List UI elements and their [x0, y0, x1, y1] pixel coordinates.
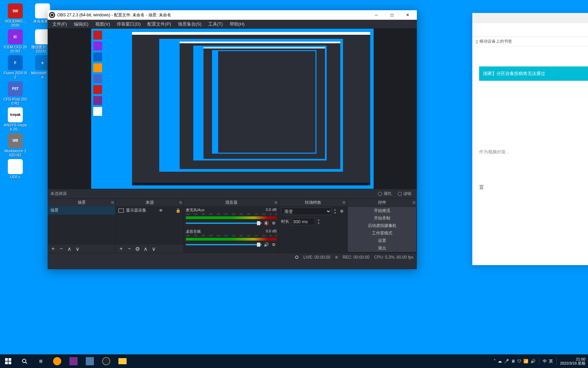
mute-button[interactable]: 🔊 [263, 242, 269, 248]
scenes-panel: 场景⧉ 场景 + − ∧ ∨ [48, 199, 116, 253]
tray-shield-icon[interactable]: 🛡 [517, 359, 521, 364]
scenes-title: 场景 [78, 200, 86, 205]
control-button[interactable]: 启动虚拟摄像机 [348, 222, 416, 229]
window-maximize-button[interactable]: ◻ [384, 10, 400, 20]
popout-icon[interactable]: ⧉ [275, 200, 277, 205]
start-button[interactable] [0, 354, 16, 368]
scene-down-button[interactable]: ∨ [74, 245, 81, 252]
ime-lang[interactable]: 中 [543, 358, 547, 364]
tray-cloud-icon[interactable]: ☁ [498, 359, 502, 364]
scene-item[interactable]: 场景 [48, 206, 115, 215]
window-close-button[interactable]: ✕ [400, 10, 415, 20]
popout-icon[interactable]: ⧉ [413, 200, 415, 205]
browser-titlebar: ─ ◻ ✕ [472, 13, 588, 23]
duration-input[interactable] [291, 218, 315, 225]
mute-button[interactable]: 🔇 [263, 220, 269, 226]
desktop-icon[interactable]: SWSOLIDWO... 2020 [3, 3, 27, 27]
browser-window: ─ ◻ ✕ ☆ ↶ ≡ ▯ 移动设备上的书签 ✉ ⇩ 国家】分区合集投稿将无法通… [472, 13, 588, 265]
desktop-icon[interactable]: PSTCFD-Post 2020 R2 [3, 81, 27, 105]
ime-sub[interactable]: 英 [549, 358, 553, 364]
window-minimize-button[interactable]: ─ [369, 10, 384, 20]
obs-app-icon [49, 12, 55, 18]
transition-select[interactable]: 渐变 [281, 208, 331, 215]
filter-icon [398, 192, 402, 196]
channel-db: 0.0 dB [266, 208, 277, 213]
menu-item[interactable]: 配置文件(P) [144, 20, 174, 28]
control-button[interactable]: 开始推流 [348, 207, 416, 214]
menu-item[interactable]: 帮助(H) [226, 20, 248, 28]
taskbar-firefox[interactable] [49, 354, 65, 368]
source-add-button[interactable]: + [118, 245, 125, 252]
taskbar-app[interactable] [82, 354, 98, 368]
sources-title: 来源 [146, 200, 154, 205]
volume-slider[interactable] [186, 244, 262, 245]
control-button[interactable]: 设置 [348, 237, 416, 244]
control-button[interactable]: 工作室模式 [348, 229, 416, 237]
settings-heading: 置 [479, 184, 588, 190]
menu-item[interactable]: 视图(V) [92, 20, 113, 28]
rec-icon [335, 256, 338, 259]
task-view-button[interactable]: ⊞ [33, 354, 49, 368]
properties-button[interactable]: 属性 [375, 190, 394, 197]
source-item[interactable]: 显示器采集 👁 🔒 [116, 206, 183, 215]
control-button[interactable]: 退出 [348, 244, 416, 252]
source-remove-button[interactable]: − [126, 245, 133, 252]
desktop-icon[interactable]: FFluent 2020 R2 [3, 55, 27, 79]
visibility-toggle[interactable]: 👁 [159, 208, 163, 213]
taskbar-explorer[interactable] [114, 354, 131, 368]
search-button[interactable] [16, 354, 33, 368]
obs-menubar: 文件(F)编辑(E)视图(V)停靠窗口(D)配置文件(P)场景集合(S)工具(T… [48, 20, 417, 29]
taskbar-clock[interactable]: 21:00 2022/3/19 星期 [560, 357, 585, 365]
spin-down[interactable]: ▼ [317, 221, 320, 225]
menu-item[interactable]: 编辑(E) [70, 20, 92, 28]
gear-icon [378, 192, 382, 196]
desktop-icon[interactable]: WBWorkbench 2020 R2 [3, 133, 27, 157]
menu-item[interactable]: 文件(F) [49, 20, 70, 28]
svg-rect-1 [9, 358, 11, 361]
menu-item[interactable]: 场景集合(S) [175, 20, 205, 28]
desktop-icon[interactable]: ICICEM CFD 2020 R2 [3, 29, 27, 53]
scene-remove-button[interactable]: − [58, 245, 65, 252]
menu-item[interactable]: 工具(T) [205, 20, 226, 28]
transitions-panel: 转场特效⧉ 渐变 ▲▼ ⚙ 时长 ▲▼ [279, 199, 347, 253]
preview-area[interactable] [48, 29, 417, 189]
tray-volume-icon[interactable]: 🔊 [530, 359, 536, 364]
desktop-icon[interactable]: IcepakANSYS Icepak 20... [3, 107, 27, 131]
tray-monitor-icon[interactable]: 🖥 [511, 359, 515, 364]
spin-down[interactable]: ▼ [333, 211, 337, 215]
transition-settings-button[interactable]: ⚙ [339, 208, 345, 214]
scene-add-button[interactable]: + [50, 245, 56, 252]
spin-up[interactable]: ▲ [317, 218, 320, 221]
tray-mic-icon[interactable]: 🎤 [504, 359, 509, 364]
popout-icon[interactable]: ⧉ [179, 200, 182, 205]
source-down-button[interactable]: ∨ [150, 245, 157, 252]
mixer-channel: 桌面音频0.0 dB-60-55-50-45-40-35-30-25-20-15… [184, 228, 279, 249]
level-meter [186, 238, 277, 241]
scene-up-button[interactable]: ∧ [66, 245, 73, 252]
taskbar: ⊞ ˄ ☁ 🎤 🖥 🛡 📶 🔊 中 英 21:00 2022/3/19 星期 [0, 354, 588, 368]
channel-name: 麦克风/Aux [186, 208, 205, 213]
volume-slider[interactable] [186, 223, 262, 224]
tray-wifi-icon[interactable]: 📶 [523, 359, 528, 364]
mixer-title: 混音器 [225, 200, 238, 205]
mobile-bookmark-icon: ▯ [476, 39, 478, 44]
bookmark-label[interactable]: 移动设备上的书签 [479, 39, 512, 44]
lock-toggle[interactable]: 🔒 [176, 208, 181, 213]
popout-icon[interactable]: ⧉ [111, 200, 114, 205]
spin-up[interactable]: ▲ [333, 208, 337, 211]
channel-settings-button[interactable]: ⚙ [271, 220, 277, 226]
source-up-button[interactable]: ∧ [142, 245, 149, 252]
mixer-panel: 混音器⧉ 麦克风/Aux0.0 dB-60-55-50-45-40-35-30-… [184, 199, 279, 253]
channel-settings-button[interactable]: ⚙ [271, 242, 277, 248]
obs-title: OBS 27.2.3 (64-bit, windows) - 配置文件: 未命名… [57, 12, 171, 18]
source-settings-button[interactable]: ⚙ [134, 245, 141, 252]
filters-button[interactable]: 滤镜 [395, 190, 414, 197]
popout-icon[interactable]: ⧉ [343, 200, 345, 205]
menu-item[interactable]: 停靠窗口(D) [113, 20, 144, 28]
control-button[interactable]: 开始录制 [348, 214, 416, 222]
desktop-icon[interactable]: UDF.c [3, 159, 27, 179]
browser-toolbar: ☆ ↶ ≡ [472, 23, 588, 37]
taskbar-obs[interactable] [98, 354, 114, 368]
taskbar-onenote[interactable] [65, 354, 82, 368]
tray-up-icon[interactable]: ˄ [494, 359, 496, 364]
